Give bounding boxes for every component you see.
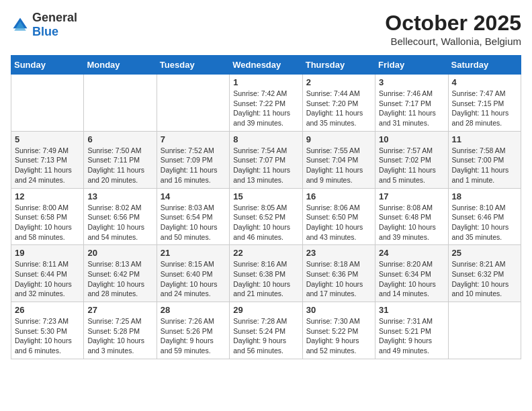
day-number: 7 xyxy=(161,134,226,144)
day-number: 11 xyxy=(452,134,517,144)
day-number: 13 xyxy=(87,191,152,201)
day-info: Sunrise: 8:05 AM Sunset: 6:52 PM Dayligh… xyxy=(233,203,298,242)
day-number: 26 xyxy=(15,305,80,315)
weekday-header: Friday xyxy=(375,56,448,75)
day-number: 9 xyxy=(306,134,371,144)
day-info: Sunrise: 7:55 AM Sunset: 7:04 PM Dayligh… xyxy=(306,146,371,185)
day-info: Sunrise: 7:26 AM Sunset: 5:26 PM Dayligh… xyxy=(161,316,226,356)
calendar-cell: 7Sunrise: 7:52 AM Sunset: 7:09 PM Daylig… xyxy=(157,131,229,188)
calendar-cell: 25Sunrise: 8:21 AM Sunset: 6:32 PM Dayli… xyxy=(448,245,521,302)
calendar-cell: 18Sunrise: 8:10 AM Sunset: 6:46 PM Dayli… xyxy=(448,188,521,245)
day-number: 14 xyxy=(161,191,226,201)
day-number: 1 xyxy=(233,77,298,87)
day-info: Sunrise: 8:02 AM Sunset: 6:56 PM Dayligh… xyxy=(87,203,152,242)
day-number: 28 xyxy=(161,305,226,315)
day-number: 27 xyxy=(87,305,152,315)
day-info: Sunrise: 8:03 AM Sunset: 6:54 PM Dayligh… xyxy=(161,203,226,242)
calendar-cell: 8Sunrise: 7:54 AM Sunset: 7:07 PM Daylig… xyxy=(230,131,302,188)
calendar-cell: 2Sunrise: 7:44 AM Sunset: 7:20 PM Daylig… xyxy=(302,75,375,132)
day-info: Sunrise: 7:50 AM Sunset: 7:11 PM Dayligh… xyxy=(87,146,152,185)
day-info: Sunrise: 7:42 AM Sunset: 7:22 PM Dayligh… xyxy=(233,89,298,128)
day-info: Sunrise: 8:21 AM Sunset: 6:32 PM Dayligh… xyxy=(452,259,517,299)
calendar-header-row: SundayMondayTuesdayWednesdayThursdayFrid… xyxy=(11,56,521,75)
calendar-cell: 17Sunrise: 8:08 AM Sunset: 6:48 PM Dayli… xyxy=(375,188,448,245)
day-info: Sunrise: 7:44 AM Sunset: 7:20 PM Dayligh… xyxy=(306,89,371,128)
logo-general-text: General xyxy=(32,11,77,24)
day-number: 5 xyxy=(15,134,80,144)
calendar-cell: 21Sunrise: 8:15 AM Sunset: 6:40 PM Dayli… xyxy=(157,245,229,302)
day-number: 25 xyxy=(452,248,517,258)
logo-icon xyxy=(11,15,30,34)
day-info: Sunrise: 8:11 AM Sunset: 6:44 PM Dayligh… xyxy=(15,259,80,299)
day-number: 6 xyxy=(87,134,152,144)
weekday-header: Saturday xyxy=(448,56,521,75)
calendar-cell: 28Sunrise: 7:26 AM Sunset: 5:26 PM Dayli… xyxy=(157,302,229,359)
calendar-cell: 9Sunrise: 7:55 AM Sunset: 7:04 PM Daylig… xyxy=(302,131,375,188)
day-info: Sunrise: 8:10 AM Sunset: 6:46 PM Dayligh… xyxy=(452,203,517,242)
day-info: Sunrise: 7:47 AM Sunset: 7:15 PM Dayligh… xyxy=(452,89,517,128)
weekday-header: Sunday xyxy=(11,56,84,75)
calendar-cell: 3Sunrise: 7:46 AM Sunset: 7:17 PM Daylig… xyxy=(375,75,448,132)
day-info: Sunrise: 7:23 AM Sunset: 5:30 PM Dayligh… xyxy=(15,316,80,356)
calendar-cell: 24Sunrise: 8:20 AM Sunset: 6:34 PM Dayli… xyxy=(375,245,448,302)
day-info: Sunrise: 8:20 AM Sunset: 6:34 PM Dayligh… xyxy=(379,259,444,299)
day-number: 23 xyxy=(306,248,371,258)
calendar-week-row: 1Sunrise: 7:42 AM Sunset: 7:22 PM Daylig… xyxy=(11,75,521,132)
location-title: Bellecourt, Wallonia, Belgium xyxy=(385,36,521,47)
day-info: Sunrise: 7:31 AM Sunset: 5:21 PM Dayligh… xyxy=(379,316,444,356)
day-number: 17 xyxy=(379,191,444,201)
day-info: Sunrise: 8:08 AM Sunset: 6:48 PM Dayligh… xyxy=(379,203,444,242)
calendar-cell: 1Sunrise: 7:42 AM Sunset: 7:22 PM Daylig… xyxy=(230,75,302,132)
logo: General Blue xyxy=(11,11,77,39)
day-info: Sunrise: 7:28 AM Sunset: 5:24 PM Dayligh… xyxy=(233,316,298,356)
weekday-header: Thursday xyxy=(302,56,375,75)
day-info: Sunrise: 8:18 AM Sunset: 6:36 PM Dayligh… xyxy=(306,259,371,299)
calendar-cell: 31Sunrise: 7:31 AM Sunset: 5:21 PM Dayli… xyxy=(375,302,448,359)
day-number: 16 xyxy=(306,191,371,201)
calendar-table: SundayMondayTuesdayWednesdayThursdayFrid… xyxy=(11,55,521,359)
calendar-week-row: 19Sunrise: 8:11 AM Sunset: 6:44 PM Dayli… xyxy=(11,245,521,302)
day-info: Sunrise: 7:25 AM Sunset: 5:28 PM Dayligh… xyxy=(87,316,152,356)
day-info: Sunrise: 8:06 AM Sunset: 6:50 PM Dayligh… xyxy=(306,203,371,242)
calendar-cell: 5Sunrise: 7:49 AM Sunset: 7:13 PM Daylig… xyxy=(11,131,84,188)
weekday-header: Monday xyxy=(84,56,157,75)
day-number: 24 xyxy=(379,248,444,258)
calendar-week-row: 26Sunrise: 7:23 AM Sunset: 5:30 PM Dayli… xyxy=(11,302,521,359)
day-number: 18 xyxy=(452,191,517,201)
day-number: 21 xyxy=(161,248,226,258)
day-info: Sunrise: 7:54 AM Sunset: 7:07 PM Dayligh… xyxy=(233,146,298,185)
day-info: Sunrise: 8:00 AM Sunset: 6:58 PM Dayligh… xyxy=(15,203,80,242)
calendar-cell: 4Sunrise: 7:47 AM Sunset: 7:15 PM Daylig… xyxy=(448,75,521,132)
day-info: Sunrise: 7:49 AM Sunset: 7:13 PM Dayligh… xyxy=(15,146,80,185)
calendar-cell: 19Sunrise: 8:11 AM Sunset: 6:44 PM Dayli… xyxy=(11,245,84,302)
calendar-cell: 12Sunrise: 8:00 AM Sunset: 6:58 PM Dayli… xyxy=(11,188,84,245)
calendar-cell: 22Sunrise: 8:16 AM Sunset: 6:38 PM Dayli… xyxy=(230,245,302,302)
calendar-cell: 16Sunrise: 8:06 AM Sunset: 6:50 PM Dayli… xyxy=(302,188,375,245)
calendar-cell xyxy=(84,75,157,132)
calendar-cell: 29Sunrise: 7:28 AM Sunset: 5:24 PM Dayli… xyxy=(230,302,302,359)
calendar-cell: 23Sunrise: 8:18 AM Sunset: 6:36 PM Dayli… xyxy=(302,245,375,302)
calendar-cell: 11Sunrise: 7:58 AM Sunset: 7:00 PM Dayli… xyxy=(448,131,521,188)
calendar-cell: 27Sunrise: 7:25 AM Sunset: 5:28 PM Dayli… xyxy=(84,302,157,359)
day-info: Sunrise: 7:52 AM Sunset: 7:09 PM Dayligh… xyxy=(161,146,226,185)
calendar-cell: 14Sunrise: 8:03 AM Sunset: 6:54 PM Dayli… xyxy=(157,188,229,245)
day-info: Sunrise: 8:16 AM Sunset: 6:38 PM Dayligh… xyxy=(233,259,298,299)
calendar-cell xyxy=(11,75,84,132)
calendar-cell: 20Sunrise: 8:13 AM Sunset: 6:42 PM Dayli… xyxy=(84,245,157,302)
title-block: October 2025 Bellecourt, Wallonia, Belgi… xyxy=(385,11,521,47)
day-info: Sunrise: 8:15 AM Sunset: 6:40 PM Dayligh… xyxy=(161,259,226,299)
calendar-cell: 30Sunrise: 7:30 AM Sunset: 5:22 PM Dayli… xyxy=(302,302,375,359)
day-info: Sunrise: 7:46 AM Sunset: 7:17 PM Dayligh… xyxy=(379,89,444,128)
calendar-cell: 6Sunrise: 7:50 AM Sunset: 7:11 PM Daylig… xyxy=(84,131,157,188)
calendar-cell xyxy=(448,302,521,359)
calendar-cell: 10Sunrise: 7:57 AM Sunset: 7:02 PM Dayli… xyxy=(375,131,448,188)
day-number: 22 xyxy=(233,248,298,258)
day-number: 10 xyxy=(379,134,444,144)
day-number: 3 xyxy=(379,77,444,87)
day-info: Sunrise: 7:58 AM Sunset: 7:00 PM Dayligh… xyxy=(452,146,517,185)
day-number: 31 xyxy=(379,305,444,315)
calendar-week-row: 5Sunrise: 7:49 AM Sunset: 7:13 PM Daylig… xyxy=(11,131,521,188)
calendar-cell: 26Sunrise: 7:23 AM Sunset: 5:30 PM Dayli… xyxy=(11,302,84,359)
page-header: General Blue October 2025 Bellecourt, Wa… xyxy=(11,11,521,47)
day-number: 15 xyxy=(233,191,298,201)
